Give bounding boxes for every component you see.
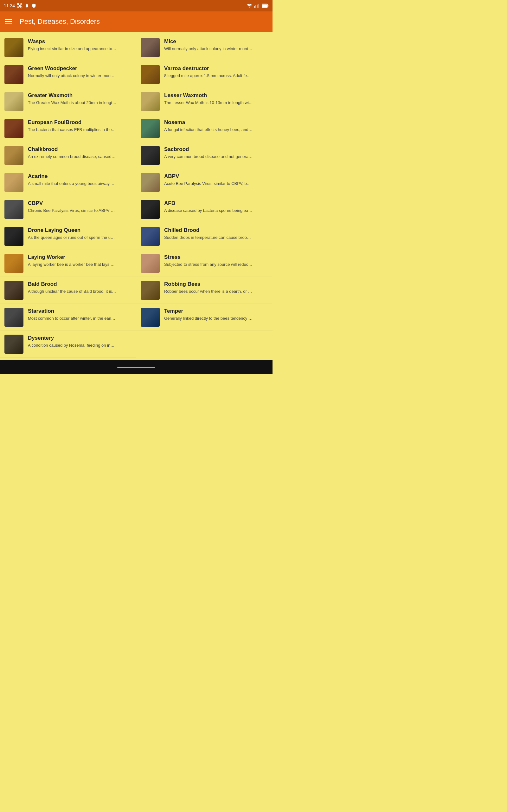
- desc-lesser-waxmoth: The Lesser Wax Moth is 10-13mm in length…: [164, 100, 253, 106]
- thumb-dysentery: [4, 335, 23, 354]
- desc-acarine: A small mite that enters a young bees ai…: [28, 181, 117, 187]
- svg-line-5: [19, 5, 19, 5]
- thumb-wasps: [4, 38, 23, 57]
- title-starvation: Starvation: [28, 308, 132, 315]
- signal-icon: [254, 3, 260, 9]
- thumb-laying-worker: [4, 254, 23, 273]
- title-efb: European FoulBrood: [28, 119, 132, 126]
- thumb-temper: [141, 308, 160, 327]
- desc-chalkbrood: An extremely common brood disease, cause…: [28, 154, 117, 159]
- desc-stress: Subjected to stress from any source will…: [164, 262, 253, 267]
- svg-rect-15: [262, 4, 267, 7]
- title-varroa: Varroa destructor: [164, 65, 268, 72]
- menu-button[interactable]: [5, 19, 12, 24]
- content-area: WaspsFlying insect similar in size and a…: [0, 32, 273, 360]
- desc-laying-worker: A laying worker bee is a worker bee that…: [28, 262, 117, 267]
- title-chalkbrood: Chalkbrood: [28, 146, 132, 153]
- list-item-temper[interactable]: TemperGenerally linked directly to the b…: [136, 304, 273, 331]
- desc-efb: The bacteria that causes EFB multiplies …: [28, 127, 117, 133]
- desc-dysentery: A condition caused by Nosema, feeding on…: [28, 343, 117, 348]
- shield-icon: [32, 3, 37, 8]
- desc-nosema: A fungul infection that effects honey be…: [164, 127, 253, 133]
- thumb-nosema: [141, 119, 160, 138]
- nav-bar: [0, 360, 273, 374]
- status-icons: [246, 3, 269, 9]
- thumb-starvation: [4, 308, 23, 327]
- title-mice: Mice: [164, 38, 268, 45]
- desc-bald-brood: Although unclear the cause of Bald brood…: [28, 289, 117, 294]
- thumb-chalkbrood: [4, 146, 23, 165]
- thumb-drone-laying-queen: [4, 227, 23, 246]
- list-item-chilled-brood[interactable]: Chilled BroodSudden drops in temperature…: [136, 223, 273, 250]
- desc-cbpv: Chronic Bee Paralysis Virus, similar to …: [28, 208, 117, 213]
- list-item-efb[interactable]: European FoulBroodThe bacteria that caus…: [0, 115, 136, 142]
- items-grid: WaspsFlying insect similar in size and a…: [0, 34, 273, 358]
- list-item-stress[interactable]: StressSubjected to stress from any sourc…: [136, 250, 273, 277]
- list-item-robbing-bees[interactable]: Robbing BeesRobber bees occur when there…: [136, 277, 273, 304]
- thumb-green-woodpecker: [4, 65, 23, 84]
- svg-line-8: [20, 6, 21, 7]
- thumb-acarine: [4, 173, 23, 192]
- thumb-cbpv: [4, 200, 23, 219]
- title-dysentery: Dysentery: [28, 335, 132, 342]
- list-item-wasps[interactable]: WaspsFlying insect similar in size and a…: [0, 34, 136, 61]
- app-bar: Pest, Diseases, Disorders: [0, 11, 273, 32]
- svg-rect-11: [257, 4, 257, 8]
- svg-line-6: [20, 5, 21, 5]
- thumb-bald-brood: [4, 281, 23, 300]
- title-nosema: Nosema: [164, 119, 268, 126]
- list-item-mice[interactable]: MiceWill normally only attack colony in …: [136, 34, 273, 61]
- list-item-green-woodpecker[interactable]: Green WoodpeckerNormally will only attac…: [0, 61, 136, 88]
- list-item-dysentery[interactable]: DysenteryA condition caused by Nosema, f…: [0, 331, 136, 358]
- thumb-greater-waxmoth: [4, 92, 23, 111]
- list-item-sacbrood[interactable]: SacbroodA very common brood disease and …: [136, 142, 273, 169]
- list-item-nosema[interactable]: NosemaA fungul infection that effects ho…: [136, 115, 273, 142]
- desc-wasps: Flying insect similar in size and appear…: [28, 46, 117, 52]
- thumb-stress: [141, 254, 160, 273]
- thumb-varroa: [141, 65, 160, 84]
- svg-point-2: [20, 3, 22, 5]
- thumb-afb: [141, 200, 160, 219]
- title-chilled-brood: Chilled Brood: [164, 227, 268, 234]
- thumb-mice: [141, 38, 160, 57]
- title-sacbrood: Sacbrood: [164, 146, 268, 153]
- svg-rect-10: [256, 5, 257, 8]
- desc-green-woodpecker: Normally will only attack colony in wint…: [28, 73, 117, 79]
- svg-point-4: [20, 7, 22, 8]
- list-item-drone-laying-queen[interactable]: Drone Laying QueenAs the queen ages or r…: [0, 223, 136, 250]
- desc-abpv: Acute Bee Paralysis Virus, similar to CB…: [164, 181, 253, 187]
- list-item-bald-brood[interactable]: Bald BroodAlthough unclear the cause of …: [0, 277, 136, 304]
- title-cbpv: CBPV: [28, 200, 132, 207]
- list-item-varroa[interactable]: Varroa destructor8 legged mite approx 1.…: [136, 61, 273, 88]
- list-item-afb[interactable]: AFBA disease caused by bacteria spores b…: [136, 196, 273, 223]
- desc-chilled-brood: Sudden drops in temperature can cause br…: [164, 235, 253, 241]
- list-item-starvation[interactable]: StarvationMost common to occur after win…: [0, 304, 136, 331]
- svg-point-1: [17, 3, 19, 5]
- desc-starvation: Most common to occur after winter, in th…: [28, 316, 117, 321]
- thumb-chilled-brood: [141, 227, 160, 246]
- title-stress: Stress: [164, 254, 268, 261]
- drone-icon: [17, 3, 22, 9]
- list-item-cbpv[interactable]: CBPVChronic Bee Paralysis Virus, similar…: [0, 196, 136, 223]
- status-bar: 11:34: [0, 0, 273, 11]
- title-green-woodpecker: Green Woodpecker: [28, 65, 132, 72]
- desc-greater-waxmoth: The Greater Wax Moth is about 20mm in le…: [28, 100, 117, 106]
- list-item-chalkbrood[interactable]: ChalkbroodAn extremely common brood dise…: [0, 142, 136, 169]
- app-title: Pest, Diseases, Disorders: [20, 17, 100, 26]
- desc-drone-laying-queen: As the queen ages or runs out of sperm t…: [28, 235, 117, 241]
- thumb-lesser-waxmoth: [141, 92, 160, 111]
- home-indicator: [117, 367, 155, 368]
- list-item-laying-worker[interactable]: Laying WorkerA laying worker bee is a wo…: [0, 250, 136, 277]
- list-item-abpv[interactable]: ABPVAcute Bee Paralysis Virus, similar t…: [136, 169, 273, 196]
- title-acarine: Acarine: [28, 173, 132, 180]
- svg-rect-12: [258, 4, 259, 8]
- list-item-lesser-waxmoth[interactable]: Lesser WaxmothThe Lesser Wax Moth is 10-…: [136, 88, 273, 115]
- list-item-greater-waxmoth[interactable]: Greater WaxmothThe Greater Wax Moth is a…: [0, 88, 136, 115]
- list-item-acarine[interactable]: AcarineA small mite that enters a young …: [0, 169, 136, 196]
- title-drone-laying-queen: Drone Laying Queen: [28, 227, 132, 234]
- thumb-abpv: [141, 173, 160, 192]
- thumb-efb: [4, 119, 23, 138]
- desc-sacbrood: A very common brood disease and not gene…: [164, 154, 253, 159]
- status-time: 11:34: [4, 3, 37, 9]
- title-afb: AFB: [164, 200, 268, 207]
